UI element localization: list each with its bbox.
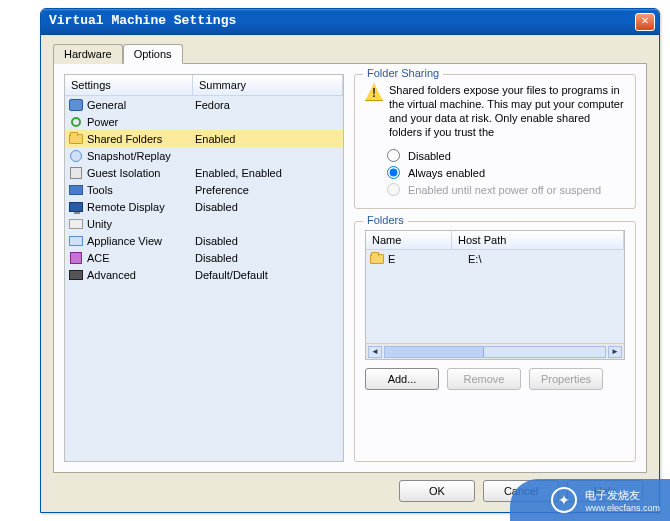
settings-row-power[interactable]: Power — [65, 113, 343, 130]
warning-row: ! Shared folders expose your files to pr… — [365, 83, 625, 139]
advanced-icon — [68, 268, 84, 282]
radio-always-input[interactable] — [387, 166, 400, 179]
settings-list: Settings Summary General Fedora Power — [64, 74, 344, 462]
settings-row-advanced[interactable]: Advanced Default/Default — [65, 266, 343, 283]
settings-row-tools[interactable]: Tools Preference — [65, 181, 343, 198]
ace-icon — [68, 251, 84, 265]
row-label: General — [87, 99, 195, 111]
row-label: Unity — [87, 218, 195, 230]
row-label: Advanced — [87, 269, 195, 281]
folders-body: E E:\ — [366, 250, 624, 343]
general-icon — [68, 98, 84, 112]
folders-list: Name Host Path E E:\ ◄ — [365, 230, 625, 360]
add-button[interactable]: Add... — [365, 368, 439, 390]
row-summary: Fedora — [195, 99, 340, 111]
tab-panel-options: Settings Summary General Fedora Power — [53, 63, 647, 473]
remote-display-icon — [68, 200, 84, 214]
row-summary: Disabled — [195, 201, 340, 213]
radio-until-poweroff: Enabled until next power off or suspend — [365, 181, 625, 198]
folders-h-scrollbar[interactable]: ◄ ► — [366, 343, 624, 359]
snapshot-icon — [68, 149, 84, 163]
cancel-button[interactable]: Cancel — [483, 480, 559, 502]
row-summary: Enabled — [195, 133, 340, 145]
row-summary: Disabled — [195, 252, 340, 264]
radio-always-enabled[interactable]: Always enabled — [365, 164, 625, 181]
radio-disabled-input[interactable] — [387, 149, 400, 162]
window-title: Virtual Machine Settings — [49, 13, 236, 28]
tab-hardware[interactable]: Hardware — [53, 44, 123, 64]
folder-icon — [68, 132, 84, 146]
row-summary: Default/Default — [195, 269, 340, 281]
row-label: Appliance View — [87, 235, 195, 247]
radio-always-label: Always enabled — [408, 167, 485, 179]
radio-disabled[interactable]: Disabled — [365, 147, 625, 164]
settings-row-guest-isolation[interactable]: Guest Isolation Enabled, Enabled — [65, 164, 343, 181]
power-icon — [68, 115, 84, 129]
folder-path: E:\ — [468, 253, 621, 265]
scroll-right-icon[interactable]: ► — [608, 346, 622, 358]
tabs-row: Hardware Options — [53, 43, 647, 63]
settings-window: Virtual Machine Settings ✕ Hardware Opti… — [40, 8, 660, 513]
ok-button[interactable]: OK — [399, 480, 475, 502]
settings-row-remote-display[interactable]: Remote Display Disabled — [65, 198, 343, 215]
tools-icon — [68, 183, 84, 197]
settings-list-header: Settings Summary — [65, 75, 343, 96]
folder-row[interactable]: E E:\ — [366, 250, 624, 268]
settings-row-shared-folders[interactable]: Shared Folders Enabled — [65, 130, 343, 147]
settings-row-appliance-view[interactable]: Appliance View Disabled — [65, 232, 343, 249]
settings-row-general[interactable]: General Fedora — [65, 96, 343, 113]
warning-icon: ! — [365, 83, 383, 101]
close-button[interactable]: ✕ — [635, 13, 655, 31]
close-icon: ✕ — [641, 14, 648, 28]
folder-sharing-group: Folder Sharing ! Shared folders expose y… — [354, 74, 636, 209]
right-column: Folder Sharing ! Shared folders expose y… — [354, 74, 636, 462]
row-summary: Preference — [195, 184, 340, 196]
settings-list-body: General Fedora Power Shared Folders Enab… — [65, 96, 343, 283]
folders-header-path[interactable]: Host Path — [452, 231, 624, 249]
radio-disabled-label: Disabled — [408, 150, 451, 162]
radio-until-input — [387, 183, 400, 196]
folders-buttons-row: Add... Remove Properties — [365, 368, 625, 390]
row-label: Snapshot/Replay — [87, 150, 195, 162]
settings-row-ace[interactable]: ACE Disabled — [65, 249, 343, 266]
folder-sharing-title: Folder Sharing — [363, 67, 443, 79]
scroll-thumb[interactable] — [385, 347, 484, 357]
client-area: Hardware Options Settings Summary Genera… — [41, 35, 659, 512]
header-settings[interactable]: Settings — [65, 75, 193, 95]
row-label: Power — [87, 116, 195, 128]
row-label: Tools — [87, 184, 195, 196]
dialog-buttons: OK Cancel Help — [399, 480, 643, 502]
help-button[interactable]: Help — [567, 480, 643, 502]
guest-icon — [68, 166, 84, 180]
row-summary: Enabled, Enabled — [195, 167, 340, 179]
row-summary: Disabled — [195, 235, 340, 247]
folder-name: E — [388, 253, 468, 265]
appliance-icon — [68, 234, 84, 248]
scroll-track[interactable] — [384, 346, 606, 358]
folders-header: Name Host Path — [366, 231, 624, 250]
settings-row-snapshot[interactable]: Snapshot/Replay — [65, 147, 343, 164]
radio-until-label: Enabled until next power off or suspend — [408, 184, 601, 196]
warning-text: Shared folders expose your files to prog… — [389, 83, 625, 139]
row-label: Guest Isolation — [87, 167, 195, 179]
row-label: Remote Display — [87, 201, 195, 213]
header-summary[interactable]: Summary — [193, 75, 343, 95]
row-label: Shared Folders — [87, 133, 195, 145]
remove-button: Remove — [447, 368, 521, 390]
folders-title: Folders — [363, 214, 408, 226]
settings-row-unity[interactable]: Unity — [65, 215, 343, 232]
settings-list-container: Settings Summary General Fedora Power — [64, 74, 344, 462]
unity-icon — [68, 217, 84, 231]
scroll-left-icon[interactable]: ◄ — [368, 346, 382, 358]
properties-button: Properties — [529, 368, 603, 390]
folder-icon — [369, 252, 385, 266]
row-label: ACE — [87, 252, 195, 264]
tab-options[interactable]: Options — [123, 44, 183, 64]
titlebar: Virtual Machine Settings ✕ — [41, 9, 659, 35]
folders-group: Folders Name Host Path E E:\ — [354, 221, 636, 462]
folders-header-name[interactable]: Name — [366, 231, 452, 249]
